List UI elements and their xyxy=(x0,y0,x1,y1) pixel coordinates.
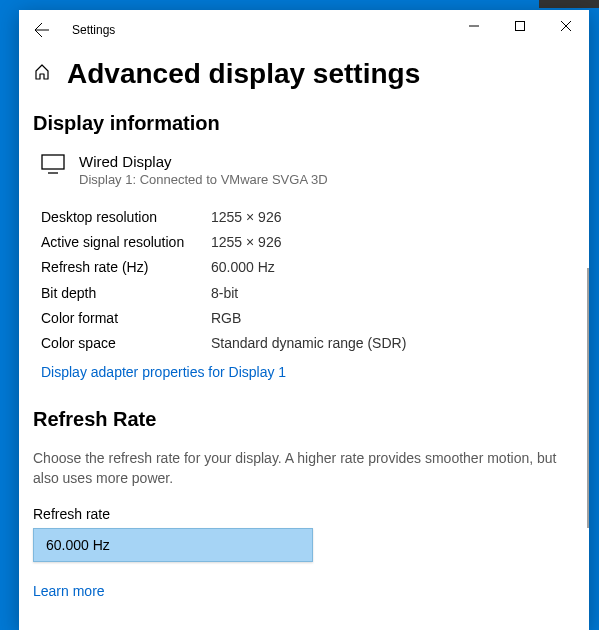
info-value: RGB xyxy=(211,306,241,331)
info-row: Bit depth8-bit xyxy=(41,281,575,306)
display-name: Wired Display xyxy=(79,153,328,170)
display-summary: Wired Display Display 1: Connected to VM… xyxy=(33,153,575,187)
info-label: Refresh rate (Hz) xyxy=(41,255,211,280)
settings-window: Settings Advanced display settings Displ… xyxy=(19,10,589,630)
scrollbar[interactable] xyxy=(587,268,589,528)
refresh-rate-heading: Refresh Rate xyxy=(33,408,575,431)
info-label: Desktop resolution xyxy=(41,205,211,230)
info-label: Bit depth xyxy=(41,281,211,306)
info-row: Active signal resolution1255 × 926 xyxy=(41,230,575,255)
info-value: 1255 × 926 xyxy=(211,230,281,255)
refresh-rate-dropdown[interactable]: 60.000 Hz xyxy=(33,528,313,562)
window-title: Settings xyxy=(72,23,115,37)
back-arrow-icon xyxy=(34,22,50,38)
close-icon xyxy=(561,21,571,31)
window-controls xyxy=(451,10,589,42)
info-value: 60.000 Hz xyxy=(211,255,275,280)
learn-more-link[interactable]: Learn more xyxy=(33,583,105,599)
info-row: Desktop resolution1255 × 926 xyxy=(41,205,575,230)
content-area: Advanced display settings Display inform… xyxy=(19,50,589,630)
svg-rect-1 xyxy=(42,155,64,169)
info-label: Active signal resolution xyxy=(41,230,211,255)
info-value: 1255 × 926 xyxy=(211,205,281,230)
refresh-rate-label: Refresh rate xyxy=(33,506,575,522)
page-header: Advanced display settings xyxy=(33,58,575,90)
monitor-icon xyxy=(41,153,65,187)
info-row: Color formatRGB xyxy=(41,306,575,331)
info-grid: Desktop resolution1255 × 926 Active sign… xyxy=(33,205,575,356)
maximize-icon xyxy=(515,21,525,31)
home-icon[interactable] xyxy=(33,63,51,85)
info-label: Color format xyxy=(41,306,211,331)
page-title: Advanced display settings xyxy=(67,58,420,90)
info-value: Standard dynamic range (SDR) xyxy=(211,331,406,356)
maximize-button[interactable] xyxy=(497,10,543,42)
info-row: Color spaceStandard dynamic range (SDR) xyxy=(41,331,575,356)
taskbar-fragment xyxy=(539,0,599,8)
info-value: 8-bit xyxy=(211,281,238,306)
adapter-properties-link[interactable]: Display adapter properties for Display 1 xyxy=(41,364,286,380)
close-button[interactable] xyxy=(543,10,589,42)
titlebar: Settings xyxy=(19,10,589,50)
refresh-rate-description: Choose the refresh rate for your display… xyxy=(33,449,575,488)
back-button[interactable] xyxy=(19,10,64,50)
info-row: Refresh rate (Hz)60.000 Hz xyxy=(41,255,575,280)
display-subtitle: Display 1: Connected to VMware SVGA 3D xyxy=(79,172,328,187)
dropdown-selected-value: 60.000 Hz xyxy=(46,537,110,553)
display-info-heading: Display information xyxy=(33,112,575,135)
info-label: Color space xyxy=(41,331,211,356)
minimize-button[interactable] xyxy=(451,10,497,42)
minimize-icon xyxy=(469,21,479,31)
svg-rect-0 xyxy=(516,22,525,31)
